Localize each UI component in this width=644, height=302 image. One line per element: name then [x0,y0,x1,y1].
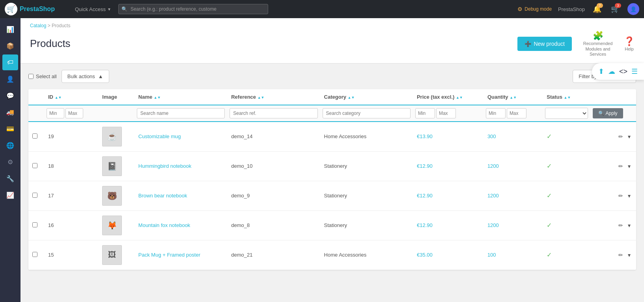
row-dropdown-button[interactable]: ▾ [626,250,632,260]
debug-gear-icon: ⚙ [517,6,523,12]
row-status: ✓ [543,151,590,181]
price-max-input[interactable] [436,108,456,118]
qty-min-input[interactable] [486,108,506,118]
row-checkbox[interactable] [32,193,37,198]
product-name-link[interactable]: Hummingbird notebook [138,163,191,169]
table-row: 19 ☕ Customizable mug demo_14 Home Acces… [28,122,636,152]
reference-filter-input[interactable] [230,108,317,118]
row-checkbox-cell [28,151,44,181]
row-dropdown-button[interactable]: ▾ [626,221,632,230]
qty-max-input[interactable] [507,108,526,118]
edit-button[interactable]: ✏ [617,191,625,201]
sidebar-item-catalog[interactable]: 🏷 [2,54,18,70]
edit-button[interactable]: ✏ [617,221,625,230]
product-thumbnail: 🦊 [102,216,122,235]
sidebar-item-payment[interactable]: 💳 [2,121,18,137]
user-avatar-button[interactable]: 👤 [627,3,639,15]
row-checkbox[interactable] [32,163,37,168]
sidebar-item-customers[interactable]: 👤 [2,71,18,87]
column-name[interactable]: Name ▲▼ [134,89,227,105]
row-price: €12.90 [413,181,483,210]
sort-qty-icon: ▲▼ [510,96,517,99]
qty-value: 1200 [487,222,499,228]
quick-access-label: Quick Access [75,6,106,12]
row-checkbox[interactable] [32,222,37,227]
name-filter-input[interactable] [137,108,225,118]
row-category: Stationery [320,151,413,181]
column-id[interactable]: ID ▲▼ [44,89,98,105]
status-active-icon: ✓ [547,222,552,229]
floating-pill: ⬆ ☁ <> ☰ [592,63,644,80]
row-id: 15 [44,240,98,270]
edit-button[interactable]: ✏ [617,161,625,171]
row-price: €35.00 [413,240,483,270]
apply-filter-button[interactable]: 🔍 Apply [593,108,623,118]
column-status[interactable]: Status ▲▼ [543,89,590,105]
filter-ref-cell [227,105,320,122]
product-name-link[interactable]: Customizable mug [138,133,181,139]
edit-button[interactable]: ✏ [617,132,625,141]
qty-value: 100 [487,252,496,258]
cloud-upload-icon[interactable]: ☁ [608,67,615,76]
row-id: 16 [44,210,98,240]
bulk-actions-button[interactable]: Bulk actions ▲ [62,70,109,83]
status-filter-select[interactable]: Active Inactive [545,108,588,119]
help-button[interactable]: ❓ Help [624,36,635,51]
sort-ref-icon: ▲▼ [258,96,265,99]
price-min-input[interactable] [415,108,435,118]
sidebar-item-orders[interactable]: 📦 [2,38,18,54]
row-dropdown-button[interactable]: ▾ [626,132,632,141]
row-actions: ✏ ▾ [590,122,636,152]
notifications-button[interactable]: 🔔 7 [591,3,603,15]
product-name-link[interactable]: Mountain fox notebook [138,222,190,228]
row-checkbox[interactable] [32,133,37,139]
table-row: 17 🐻 Brown bear notebook demo_9 Statione… [28,181,636,210]
list-icon[interactable]: ☰ [631,67,638,76]
row-dropdown-button[interactable]: ▾ [626,161,632,171]
product-name-link[interactable]: Pack Mug + Framed poster [138,252,200,258]
column-category[interactable]: Category ▲▼ [320,89,413,105]
product-name-link[interactable]: Brown bear notebook [138,193,187,199]
price-value: €12.90 [417,193,433,199]
row-image: 📓 [98,151,134,181]
edit-button[interactable]: ✏ [617,250,625,260]
column-quantity[interactable]: Quantity ▲▼ [483,89,543,105]
logo-shop: Shop [39,6,55,12]
logo-icon: 🛒 [5,3,17,15]
row-dropdown-button[interactable]: ▾ [626,191,632,201]
category-filter-input[interactable] [323,108,411,118]
new-product-button[interactable]: ➕ New product [517,37,572,51]
select-all-checkbox[interactable] [28,74,34,79]
breadcrumb-catalog[interactable]: Catalog [30,23,46,28]
sidebar-item-international[interactable]: 🌐 [2,137,18,153]
sidebar-item-stats[interactable]: 📈 [2,187,18,203]
breadcrumb: Catalog > Products [30,23,635,28]
prestashop-store-link[interactable]: PrestaShop [558,6,585,12]
sidebar-item-settings[interactable]: ⚙ [2,154,18,170]
code-icon[interactable]: <> [619,68,627,76]
row-checkbox[interactable] [32,252,37,257]
shipping-icon: 🚚 [6,109,14,116]
cart-button[interactable]: 🛒 3 [609,3,621,15]
id-max-input[interactable] [65,108,83,118]
quick-access-button[interactable]: Quick Access ▼ [72,5,114,14]
top-navigation: 🛒 PrestaShop Quick Access ▼ 🔍 ⚙ Debug mo… [0,0,644,18]
global-search-input[interactable] [118,4,268,14]
price-filter-minmax [415,108,481,118]
sidebar-item-shipping[interactable]: 🚚 [2,104,18,120]
sidebar-item-messages[interactable]: 💬 [2,88,18,103]
row-checkbox-cell [28,210,44,240]
status-active-icon: ✓ [547,251,552,258]
search-icon: 🔍 [121,6,127,12]
column-price[interactable]: Price (tax excl.) ▲▼ [413,89,483,105]
main-layout: 📊 📦 🏷 👤 💬 🚚 💳 🌐 ⚙ 🔧 📈 [0,18,644,302]
id-min-input[interactable] [47,108,64,118]
recommended-modules-button[interactable]: 🧩 Recommended Modules and Services [578,31,618,57]
breadcrumb-separator: > [48,23,50,28]
logo-text: PrestaShop [20,6,55,13]
row-actions: ✏ ▾ [590,210,636,240]
column-reference[interactable]: Reference ▲▼ [227,89,320,105]
sidebar-item-dashboard[interactable]: 📊 [2,21,18,37]
sidebar-item-advanced[interactable]: 🔧 [2,171,18,186]
upload-icon[interactable]: ⬆ [598,67,604,76]
